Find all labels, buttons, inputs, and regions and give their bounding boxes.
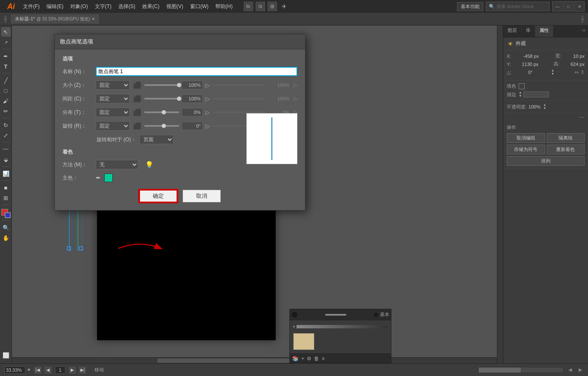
tab-properties[interactable]: 属性 bbox=[535, 26, 553, 37]
size-right-icon[interactable]: ▷ bbox=[206, 82, 210, 88]
menu-edit[interactable]: 编辑(E) bbox=[44, 2, 66, 11]
page-last-btn[interactable]: ▶| bbox=[79, 367, 86, 373]
tool-rotate[interactable]: ↻ bbox=[1, 120, 11, 130]
color-boxes[interactable] bbox=[1, 209, 11, 218]
zoom-dropdown-icon[interactable]: ▼ bbox=[27, 367, 31, 372]
page-input[interactable] bbox=[55, 366, 66, 374]
opacity-down[interactable]: ▼ bbox=[543, 107, 546, 110]
rotate-relative-select[interactable]: 页面 bbox=[140, 135, 174, 144]
stroke-box[interactable] bbox=[5, 212, 11, 218]
rotate-select[interactable]: 固定 bbox=[96, 121, 130, 131]
scroll-thumb-h[interactable] bbox=[157, 359, 303, 363]
confirm-button[interactable]: 确定 bbox=[139, 190, 177, 202]
menu-window[interactable]: 窗口(W) bbox=[188, 2, 211, 11]
menu-text[interactable]: 文字(T) bbox=[92, 2, 114, 11]
tool-column-graph[interactable]: 📊 bbox=[1, 169, 11, 178]
stroke-down[interactable]: ▼ bbox=[519, 94, 522, 98]
isolate-btn[interactable]: 隔离组 bbox=[547, 133, 585, 143]
tool-line[interactable]: ╱ bbox=[1, 76, 11, 85]
main-color-swatch[interactable] bbox=[104, 174, 113, 182]
tool-select[interactable]: ↖ bbox=[1, 27, 11, 37]
status-arrow-right[interactable]: ▶ bbox=[577, 367, 584, 373]
brush-dot-large[interactable] bbox=[291, 312, 297, 318]
name-input[interactable] bbox=[96, 67, 297, 76]
spacing-select[interactable]: 固定 bbox=[96, 94, 130, 103]
menu-effect[interactable]: 效果(C) bbox=[140, 2, 162, 11]
more-icon[interactable]: ⋯ bbox=[579, 114, 585, 121]
restore-btn[interactable]: □ bbox=[563, 1, 574, 11]
tool-paintbrush[interactable]: 🖌 bbox=[1, 96, 11, 105]
scatter-slider-thumb[interactable] bbox=[162, 110, 166, 114]
brush-dot-small[interactable] bbox=[374, 313, 378, 317]
tool-direct-select[interactable]: ↗ bbox=[1, 37, 11, 47]
spacing-slider-thumb[interactable] bbox=[177, 97, 181, 101]
tool-mesh[interactable]: ⊞ bbox=[1, 193, 11, 202]
close-btn[interactable]: ✕ bbox=[574, 1, 585, 11]
scatter-select[interactable]: 固定 bbox=[96, 108, 130, 117]
flip-v-icon[interactable]: ⇕ bbox=[580, 69, 585, 75]
tool-gradient[interactable]: ■ bbox=[1, 183, 11, 192]
brush-library-icon[interactable]: 📚 bbox=[292, 356, 299, 362]
panel-collapse-btn[interactable]: ‹› bbox=[579, 26, 588, 37]
tool-scale[interactable]: ⤢ bbox=[1, 131, 11, 140]
spacing-chain-icon[interactable]: ▷ bbox=[294, 96, 297, 102]
status-arrow-left[interactable]: ◀ bbox=[567, 367, 574, 373]
tool-artboard[interactable]: ⬜ bbox=[1, 350, 11, 360]
color-hint-icon[interactable]: 💡 bbox=[145, 161, 154, 169]
spacing-slider-track[interactable] bbox=[144, 98, 179, 100]
grid-btn[interactable]: ⊞ bbox=[268, 2, 277, 11]
canvas-scrollbar-vertical[interactable] bbox=[497, 26, 503, 363]
tab-library[interactable]: 库 bbox=[522, 26, 535, 37]
tab-scroll-left[interactable]: ‹ bbox=[3, 15, 8, 23]
stroke-width-select[interactable] bbox=[523, 91, 549, 97]
size-chain-icon[interactable]: ▷ bbox=[294, 82, 297, 88]
tool-rect[interactable]: □ bbox=[1, 86, 11, 95]
tool-hand[interactable]: ✋ bbox=[1, 233, 11, 242]
brush-thumb-1[interactable] bbox=[293, 333, 314, 350]
size-select[interactable]: 固定 bbox=[96, 80, 130, 90]
save-symbol-btn[interactable]: 存储为符号 bbox=[507, 145, 545, 154]
scatter-right-icon[interactable]: ▷ bbox=[206, 109, 210, 116]
brush-settings-icon[interactable]: ⚙ bbox=[307, 356, 311, 362]
rotate-right-icon[interactable]: ▷ bbox=[206, 123, 210, 129]
tab-layers[interactable]: 图层 bbox=[503, 26, 522, 37]
brush-strip-1[interactable] bbox=[297, 325, 388, 328]
page-first-btn[interactable]: |◀ bbox=[34, 367, 41, 373]
flip-h-icon[interactable]: ⇔ bbox=[574, 69, 579, 75]
scatter-slider-track[interactable] bbox=[144, 111, 179, 113]
tab-close-btn[interactable]: ✕ bbox=[91, 17, 95, 21]
menu-help[interactable]: 帮助(H) bbox=[213, 2, 235, 11]
recolor-btn[interactable]: 重新着色 bbox=[547, 145, 585, 154]
canvas-scrollbar-horizontal[interactable] bbox=[12, 357, 497, 363]
tool-type[interactable]: T bbox=[1, 62, 11, 71]
menu-view[interactable]: 视图(V) bbox=[164, 2, 186, 11]
stock-search[interactable]: 🔍 搜索 Adobe Stock bbox=[486, 2, 550, 11]
size-slider-track[interactable] bbox=[144, 84, 179, 86]
arrange-icon[interactable]: ✈ bbox=[280, 2, 289, 11]
tool-warp[interactable]: 〰 bbox=[1, 145, 11, 154]
workspace-selector[interactable]: 基本功能 bbox=[457, 2, 483, 11]
fill-color-swatch[interactable] bbox=[519, 83, 525, 89]
brush-add-icon[interactable]: + bbox=[301, 356, 304, 362]
eyedropper-icon[interactable]: ✒ bbox=[96, 174, 101, 181]
stock-btn[interactable]: St bbox=[256, 2, 265, 11]
tool-pen[interactable]: ✒ bbox=[1, 51, 11, 61]
tool-pencil[interactable]: ✏ bbox=[1, 106, 11, 116]
cancel-button[interactable]: 取消 bbox=[183, 190, 221, 202]
method-select[interactable]: 无 bbox=[96, 160, 138, 169]
brush-menu-icon[interactable]: ≡ bbox=[322, 356, 325, 362]
page-prev-btn[interactable]: ◀ bbox=[45, 367, 51, 373]
arrange-btn[interactable]: 排列 bbox=[507, 156, 585, 166]
bridge-btn[interactable]: Br bbox=[244, 2, 253, 11]
brush-delete-icon[interactable]: 🗑 bbox=[314, 356, 319, 362]
menu-object[interactable]: 对象(O) bbox=[68, 2, 90, 11]
angle-down-icon[interactable]: ▼ bbox=[551, 72, 554, 76]
tab-scroll-right[interactable]: › bbox=[580, 15, 585, 23]
rotate-slider-thumb[interactable] bbox=[162, 124, 166, 128]
tool-zoom[interactable]: 🔍 bbox=[1, 223, 11, 232]
tool-blend[interactable]: ⬙ bbox=[1, 155, 11, 164]
document-tab[interactable]: 未标题-1* @ 33.33% (RGB/GPU 预览) ✕ bbox=[10, 14, 100, 24]
page-next-btn[interactable]: ▶ bbox=[69, 367, 76, 373]
ungroup-btn[interactable]: 取消编组 bbox=[507, 133, 545, 143]
rotate-slider-track[interactable] bbox=[144, 125, 179, 127]
